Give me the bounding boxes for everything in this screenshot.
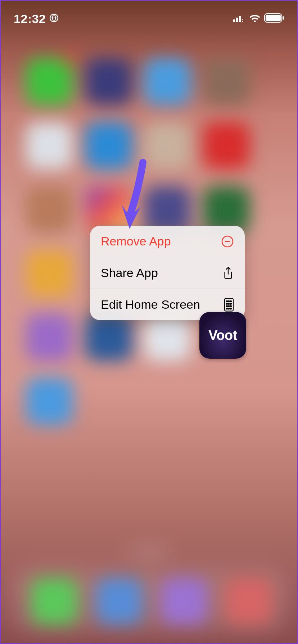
svg-rect-7 [266,15,281,21]
globe-icon [49,13,59,24]
share-icon [222,266,234,280]
svg-point-15 [226,303,227,304]
app-context-menu: Remove App Share App Edit Home Screen [90,226,245,320]
svg-rect-3 [239,16,241,22]
svg-point-12 [226,300,227,302]
voot-app-icon[interactable]: Voot [199,312,246,359]
minus-circle-icon [221,235,234,248]
apps-grid-icon [224,298,234,312]
voot-app-label: Voot [208,328,237,343]
svg-point-19 [228,305,229,307]
svg-point-18 [226,305,227,307]
blurred-home-screen [1,1,297,643]
share-app-label: Share App [101,266,158,280]
svg-rect-1 [233,19,235,22]
svg-point-20 [230,305,231,307]
svg-rect-4 [242,19,243,20]
cellular-icon [233,14,245,24]
share-app-menu-item[interactable]: Share App [90,257,245,289]
svg-point-14 [230,300,231,302]
svg-point-21 [226,308,227,309]
svg-point-22 [228,308,229,309]
svg-rect-5 [242,21,243,22]
status-bar: 12:32 [1,1,297,29]
battery-icon [264,13,284,24]
svg-point-13 [228,300,229,302]
svg-point-17 [230,303,231,304]
edit-home-screen-label: Edit Home Screen [101,298,200,312]
svg-point-23 [230,308,231,309]
svg-rect-2 [236,18,238,22]
remove-app-menu-item[interactable]: Remove App [90,226,245,257]
status-right [233,13,284,24]
status-left: 12:32 [14,12,59,26]
status-time: 12:32 [14,12,46,26]
annotation-arrow [119,159,150,232]
svg-point-16 [228,303,229,304]
wifi-icon [249,14,261,24]
svg-rect-8 [283,16,284,20]
remove-app-label: Remove App [101,234,171,248]
